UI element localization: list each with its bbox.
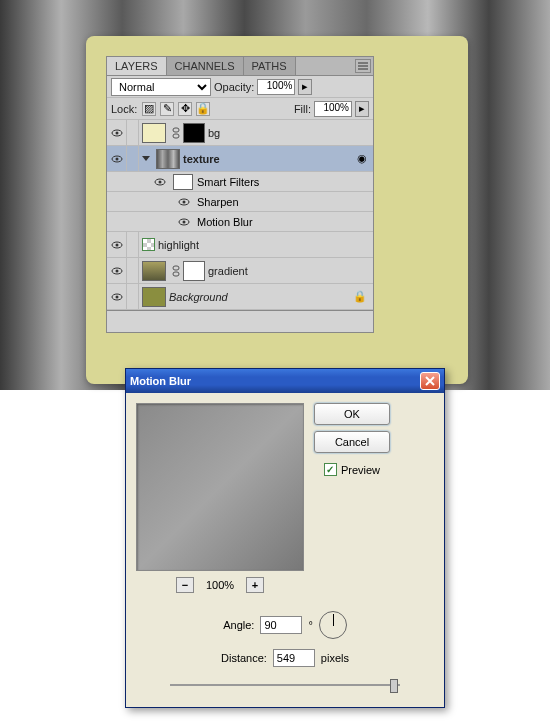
lock-icons: ▨ ✎ ✥ 🔒	[142, 102, 210, 116]
fill-arrow[interactable]: ▸	[355, 101, 369, 117]
blend-opacity-row: Normal Opacity: 100% ▸	[107, 76, 373, 98]
slider-thumb[interactable]	[390, 679, 398, 693]
layer-list: bg texture ◉ Smart Filters Sharpen	[107, 120, 373, 310]
smart-object-icon: ◉	[357, 152, 367, 165]
zoom-level: 100%	[206, 579, 234, 591]
preview-image[interactable]	[136, 403, 304, 571]
angle-input[interactable]	[260, 616, 302, 634]
dialog-titlebar[interactable]: Motion Blur	[126, 369, 444, 393]
ok-button[interactable]: OK	[314, 403, 390, 425]
link-icon	[171, 265, 181, 277]
panel-footer	[107, 310, 373, 332]
layer-label: texture	[183, 153, 357, 165]
lock-label: Lock:	[111, 103, 137, 115]
svg-point-1	[115, 131, 118, 134]
smart-filters-label: Smart Filters	[197, 176, 259, 188]
tab-channels[interactable]: CHANNELS	[167, 57, 244, 75]
dialog-title: Motion Blur	[130, 375, 420, 387]
filter-mask-thumb	[173, 174, 193, 190]
link-column	[127, 284, 139, 310]
preview-label: Preview	[341, 464, 380, 476]
visibility-toggle[interactable]	[107, 284, 127, 310]
link-column	[127, 258, 139, 284]
visibility-toggle[interactable]	[107, 120, 127, 146]
svg-point-5	[115, 157, 118, 160]
distance-label: Distance:	[221, 652, 267, 664]
lock-fill-row: Lock: ▨ ✎ ✥ 🔒 Fill: 100% ▸	[107, 98, 373, 120]
layer-texture[interactable]: texture ◉	[107, 146, 373, 172]
zoom-controls: − 100% +	[176, 577, 264, 593]
distance-slider[interactable]	[170, 677, 400, 693]
disclosure-triangle-icon[interactable]	[142, 156, 150, 161]
filter-sharpen[interactable]: Sharpen	[107, 192, 373, 212]
dialog-body: − 100% + OK Cancel ✓ Preview	[126, 393, 444, 603]
layer-gradient[interactable]: gradient	[107, 258, 373, 284]
slider-track	[170, 684, 400, 686]
layer-mask	[183, 261, 205, 281]
smart-filters-header[interactable]: Smart Filters	[107, 172, 373, 192]
lock-icon: 🔒	[353, 290, 367, 303]
svg-rect-16	[173, 266, 179, 270]
opacity-arrow[interactable]: ▸	[298, 79, 312, 95]
filter-label: Sharpen	[197, 196, 239, 208]
tab-paths[interactable]: PATHS	[244, 57, 296, 75]
zoom-in-button[interactable]: +	[246, 577, 264, 593]
visibility-toggle[interactable]	[107, 258, 127, 284]
lock-transparency-icon[interactable]: ▨	[142, 102, 156, 116]
preview-checkbox[interactable]: ✓	[324, 463, 337, 476]
lock-position-icon[interactable]: ✥	[178, 102, 192, 116]
panel-menu-button[interactable]	[355, 59, 371, 73]
layer-bg[interactable]: bg	[107, 120, 373, 146]
layer-label: gradient	[208, 265, 373, 277]
angle-row: Angle: °	[223, 611, 347, 639]
svg-rect-17	[173, 272, 179, 276]
cancel-button[interactable]: Cancel	[314, 431, 390, 453]
dialog-buttons: OK Cancel ✓ Preview	[314, 403, 390, 593]
filter-motion-blur[interactable]: Motion Blur	[107, 212, 373, 232]
layers-panel: LAYERS CHANNELS PATHS Normal Opacity: 10…	[106, 56, 374, 333]
fill-label: Fill:	[294, 103, 311, 115]
angle-dial[interactable]	[319, 611, 347, 639]
layer-label: highlight	[158, 239, 373, 251]
distance-row: Distance: pixels	[221, 649, 349, 667]
layer-thumb	[142, 261, 166, 281]
layer-thumb	[142, 123, 166, 143]
angle-label: Angle:	[223, 619, 254, 631]
distance-input[interactable]	[273, 649, 315, 667]
blend-mode-select[interactable]: Normal	[111, 78, 211, 96]
preview-checkbox-row: ✓ Preview	[324, 463, 380, 476]
lock-pixels-icon[interactable]: ✎	[160, 102, 174, 116]
layer-thumb	[142, 238, 155, 251]
degree-symbol: °	[308, 619, 312, 631]
svg-point-11	[183, 220, 186, 223]
layer-label: bg	[208, 127, 373, 139]
filter-label: Motion Blur	[197, 216, 253, 228]
svg-point-19	[115, 295, 118, 298]
layer-label: Background	[169, 291, 353, 303]
motion-blur-dialog: Motion Blur − 100% + OK Cancel ✓ Preview…	[125, 368, 445, 708]
visibility-toggle[interactable]	[175, 212, 193, 232]
svg-rect-3	[173, 134, 179, 138]
link-column	[127, 120, 139, 146]
link-icon	[171, 127, 181, 139]
svg-point-15	[115, 269, 118, 272]
visibility-toggle[interactable]	[151, 172, 169, 192]
zoom-out-button[interactable]: −	[176, 577, 194, 593]
dialog-params: Angle: ° Distance: pixels	[126, 603, 444, 707]
fill-value[interactable]: 100%	[314, 101, 352, 117]
close-button[interactable]	[420, 372, 440, 390]
visibility-toggle[interactable]	[107, 232, 127, 258]
lock-all-icon[interactable]: 🔒	[196, 102, 210, 116]
layer-background[interactable]: Background 🔒	[107, 284, 373, 310]
opacity-label: Opacity:	[214, 81, 254, 93]
svg-point-7	[159, 180, 162, 183]
visibility-toggle[interactable]	[175, 192, 193, 212]
link-column	[127, 146, 139, 172]
layer-highlight[interactable]: highlight	[107, 232, 373, 258]
panel-tabs: LAYERS CHANNELS PATHS	[107, 57, 373, 76]
distance-unit: pixels	[321, 652, 349, 664]
tab-layers[interactable]: LAYERS	[107, 57, 167, 75]
link-column	[127, 232, 139, 258]
opacity-value[interactable]: 100%	[257, 79, 295, 95]
visibility-toggle[interactable]	[107, 146, 127, 172]
